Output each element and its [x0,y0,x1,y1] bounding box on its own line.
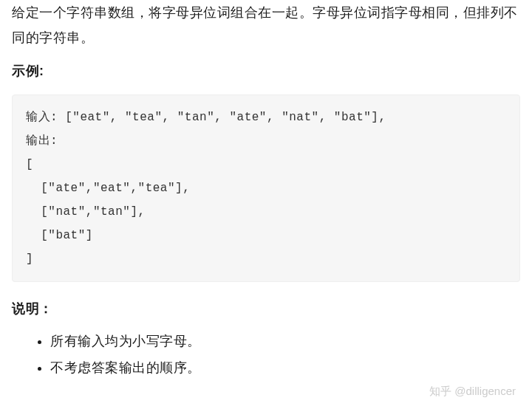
list-item: 不考虑答案输出的顺序。 [50,356,520,380]
notes-heading: 说明： [12,300,520,317]
example-code-block: 输入: ["eat", "tea", "tan", "ate", "nat", … [12,94,520,282]
watermark: 知乎 @dilligencer [429,385,516,399]
notes-list: 所有输入均为小写字母。 不考虑答案输出的顺序。 [12,329,520,380]
example-heading: 示例: [12,62,520,80]
list-item: 所有输入均为小写字母。 [50,329,520,354]
problem-description: 给定一个字符串数组，将字母异位词组合在一起。字母异位词指字母相同，但排列不同的字… [12,0,520,50]
